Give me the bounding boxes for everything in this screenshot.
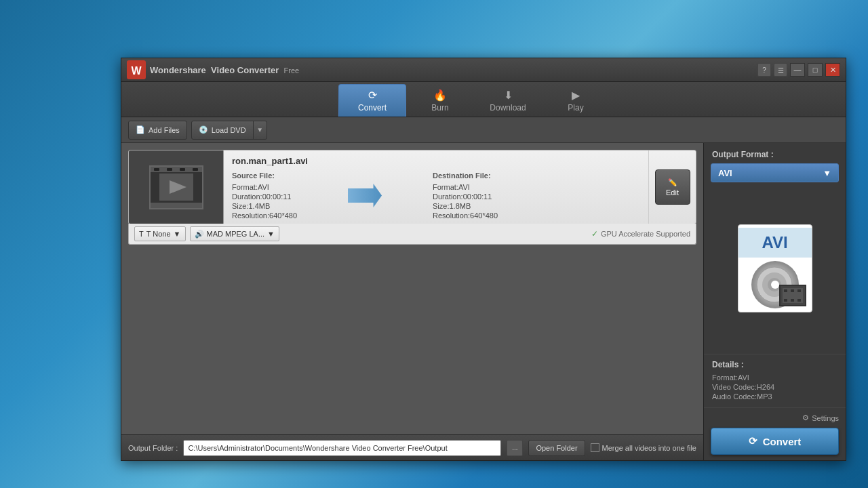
panel-bottom: ⚙ Settings ⟳ Convert	[704, 407, 846, 460]
film-svg	[783, 288, 803, 303]
close-button[interactable]: ✕	[825, 63, 840, 77]
maximize-button[interactable]: □	[808, 63, 823, 77]
browse-path-button[interactable]: ...	[507, 440, 523, 456]
convert-tab-icon: ⟳	[368, 89, 377, 102]
file-item-controls: T T None ▼ 🔊 MAD MPEG LA... ▼ ✓ GPU Acce…	[128, 224, 696, 245]
video-preview-icon	[159, 174, 193, 201]
help-icon-btn[interactable]: ?	[757, 63, 771, 77]
file-list: ron.man_part1.avi Source File: Format:AV…	[121, 143, 703, 434]
dest-resolution: Resolution:640*480	[433, 211, 498, 220]
svg-rect-13	[791, 299, 794, 302]
details-title: Details :	[712, 360, 837, 369]
film-strip	[149, 165, 203, 209]
file-details-row: Source File: Format:AVI Duration:00:00:1…	[232, 171, 640, 220]
convert-tab-label: Convert	[358, 103, 387, 113]
load-dvd-label: Load DVD	[212, 126, 246, 134]
file-item: ron.man_part1.avi Source File: Format:AV…	[128, 150, 696, 224]
file-source-info: Source File: Format:AVI Duration:00:00:1…	[232, 171, 297, 220]
svg-rect-10	[791, 289, 794, 292]
film-hole	[180, 168, 185, 171]
svg-rect-11	[797, 289, 801, 292]
register-icon-btn[interactable]: ☰	[774, 63, 787, 77]
settings-icon: ⚙	[802, 413, 809, 422]
file-info: ron.man_part1.avi Source File: Format:AV…	[224, 150, 648, 224]
merge-text: Merge all videos into one file	[602, 444, 696, 452]
file-thumbnail	[129, 150, 224, 224]
file-dest-info: Destination File: Format:AVI Duration:00…	[433, 171, 498, 220]
subtitle-dropdown[interactable]: T T None ▼	[134, 226, 186, 241]
load-dvd-arrow[interactable]: ▼	[253, 121, 267, 139]
audio-dropdown[interactable]: 🔊 MAD MPEG LA... ▼	[190, 226, 279, 241]
source-format: Format:AVI	[232, 183, 297, 191]
minimize-button[interactable]: —	[790, 63, 805, 77]
subtitle-value: T None	[146, 230, 171, 238]
right-panel: Output Format : AVI ▼ AVI	[703, 143, 846, 460]
subtitle-arrow: ▼	[174, 230, 181, 238]
wondershare-logo: W	[127, 60, 146, 79]
svg-rect-9	[784, 289, 787, 292]
file-name: ron.man_part1.avi	[232, 156, 640, 166]
edit-label: Edit	[666, 188, 679, 197]
convert-btn-label: Convert	[763, 436, 802, 447]
merge-label: Merge all videos into one file	[591, 443, 696, 452]
open-folder-button[interactable]: Open Folder	[528, 440, 585, 456]
window-controls: ? ☰ — □ ✕	[757, 63, 840, 77]
app-logo-area: W Wondershare Video Converter Free	[127, 60, 757, 79]
film-holes-top	[151, 168, 202, 171]
film-hole	[167, 168, 172, 171]
app-subtitle: Video Converter	[211, 65, 279, 75]
toolbar: 📄 Add Files 💿 Load DVD ▼	[121, 117, 846, 143]
format-detail: Format:AVI	[712, 373, 837, 382]
output-path-text: C:\Users\Administrator\Documents\Wonders…	[188, 444, 447, 452]
tab-burn[interactable]: 🔥 Burn	[406, 84, 474, 117]
gpu-check-icon: ✓	[591, 229, 598, 239]
avi-label: AVI	[738, 228, 812, 258]
output-path-display: C:\Users\Administrator\Documents\Wonders…	[183, 440, 501, 456]
gpu-label: ✓ GPU Accelerate Supported	[591, 229, 690, 239]
download-tab-icon: ⬇	[504, 89, 513, 102]
play-tab-icon: ▶	[572, 89, 580, 102]
svg-rect-14	[797, 299, 801, 302]
edit-icon: ✏️	[668, 178, 677, 187]
tab-download[interactable]: ⬇ Download	[474, 84, 542, 117]
bottom-bar: Output Folder : C:\Users\Administrator\D…	[121, 434, 703, 460]
edit-button[interactable]: ✏️ Edit	[655, 169, 690, 205]
burn-tab-icon: 🔥	[433, 89, 447, 102]
load-dvd-main[interactable]: 💿 Load DVD	[192, 125, 253, 134]
audio-arrow: ▼	[267, 230, 275, 238]
source-duration: Duration:00:00:11	[232, 192, 297, 201]
convert-button[interactable]: ⟳ Convert	[711, 428, 839, 455]
film-hole	[154, 168, 159, 171]
add-files-button[interactable]: 📄 Add Files	[128, 121, 187, 140]
conversion-arrow	[338, 184, 392, 207]
app-free-tag: Free	[284, 66, 300, 75]
output-format-title: Output Format :	[704, 143, 846, 163]
avi-format-icon: AVI	[738, 224, 812, 312]
tab-convert[interactable]: ⟳ Convert	[338, 84, 406, 117]
add-files-label: Add Files	[149, 126, 180, 134]
svg-rect-12	[784, 299, 787, 302]
dest-duration: Duration:00:00:11	[433, 192, 498, 201]
app-title: Wondershare Video Converter Free	[150, 65, 299, 75]
title-bar: W Wondershare Video Converter Free ? ☰ —…	[121, 58, 846, 82]
load-dvd-icon: 💿	[199, 125, 208, 134]
film-overlay	[779, 285, 806, 306]
main-window: W Wondershare Video Converter Free ? ☰ —…	[121, 58, 846, 461]
svg-text:W: W	[131, 65, 142, 77]
settings-link[interactable]: ⚙ Settings	[711, 413, 839, 422]
content-area: ron.man_part1.avi Source File: Format:AV…	[121, 143, 703, 460]
load-dvd-button[interactable]: 💿 Load DVD ▼	[191, 121, 267, 140]
source-resolution: Resolution:640*480	[232, 211, 297, 220]
tab-play[interactable]: ▶ Play	[542, 84, 610, 117]
convert-btn-icon: ⟳	[749, 435, 757, 447]
app-title-main: Wondershare	[150, 65, 206, 75]
format-dropdown[interactable]: AVI ▼	[711, 163, 839, 182]
add-files-icon: 📄	[136, 125, 145, 134]
audio-icon: 🔊	[195, 230, 204, 239]
merge-checkbox[interactable]	[591, 443, 599, 452]
play-tab-label: Play	[568, 103, 583, 113]
video-codec-detail: Video Codec:H264	[712, 383, 837, 391]
audio-value: MAD MPEG LA...	[207, 230, 265, 238]
format-preview: AVI	[704, 182, 846, 354]
audio-codec-detail: Audio Codec:MP3	[712, 392, 837, 401]
